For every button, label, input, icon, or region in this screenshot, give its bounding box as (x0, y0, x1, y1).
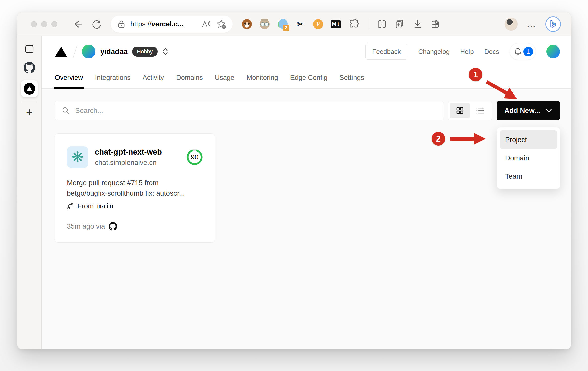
v-extension-icon[interactable]: V (313, 19, 324, 30)
clipper-extension-icon[interactable]: ✂ (295, 19, 306, 30)
grid-view-icon (456, 107, 464, 115)
tab-usage[interactable]: Usage (215, 67, 234, 88)
browser-profile-avatar[interactable] (505, 18, 518, 31)
plan-badge: Hobby (132, 47, 158, 57)
feedback-button[interactable]: Feedback (365, 44, 407, 60)
team-avatar[interactable] (82, 45, 95, 58)
team-switcher-button[interactable] (162, 47, 169, 56)
browser-menu-button[interactable]: ... (527, 19, 536, 29)
annotation-step-1: 1 (469, 68, 482, 81)
notifications-button[interactable]: 1 (510, 43, 536, 60)
chevron-updown-icon (162, 47, 169, 56)
lock-icon (117, 20, 125, 28)
markdown-download-extension-icon[interactable]: M↓ (330, 19, 341, 30)
close-window-button[interactable] (31, 21, 37, 27)
minimize-window-button[interactable] (41, 21, 47, 27)
git-branch-icon (67, 202, 74, 210)
zoom-window-button[interactable] (51, 21, 57, 27)
vercel-page: yidadaa Hobby Feedback Changelog Help Do… (42, 36, 571, 349)
collections-add-icon[interactable] (394, 19, 405, 30)
docs-link[interactable]: Docs (484, 48, 499, 56)
url-text: https://vercel.c... (130, 20, 184, 28)
browser-toolbar: https://vercel.c... 2 ✂ V M↓ (17, 12, 571, 36)
bell-icon (514, 47, 522, 56)
bing-chat-icon[interactable] (545, 16, 561, 32)
user-avatar[interactable] (546, 45, 560, 58)
vercel-tab-active[interactable] (21, 80, 38, 97)
team-name[interactable]: yidadaa (100, 48, 128, 56)
tab-integrations[interactable]: Integrations (95, 67, 131, 88)
toolbar-divider (368, 19, 368, 30)
search-icon (62, 106, 70, 115)
annotation-step-2: 2 (432, 132, 445, 146)
list-view-button[interactable] (470, 103, 490, 118)
address-bar[interactable]: https://vercel.c... (111, 16, 233, 33)
split-screen-icon[interactable] (376, 19, 387, 30)
vercel-header: yidadaa Hobby Feedback Changelog Help Do… (42, 36, 571, 89)
tab-domains[interactable]: Domains (176, 67, 203, 88)
chevron-down-icon (546, 108, 552, 113)
tampermonkey-extension-icon[interactable] (241, 19, 252, 30)
add-new-dropdown: Project Domain Team (497, 127, 560, 189)
tab-overview[interactable]: Overview (55, 67, 83, 88)
browser-sidebar: + (17, 36, 42, 349)
add-new-button[interactable]: Add New... (497, 101, 560, 120)
branch-name[interactable]: main (97, 202, 113, 210)
tab-settings[interactable]: Settings (339, 67, 364, 88)
tab-monitoring[interactable]: Monitoring (247, 67, 278, 88)
read-aloud-icon[interactable] (201, 20, 211, 29)
toolbar-right: ... (505, 16, 561, 32)
project-openai-icon: ❋ (67, 146, 88, 168)
dropdown-item-domain[interactable]: Domain (500, 149, 557, 167)
tab-activity[interactable]: Activity (143, 67, 164, 88)
bing-logo (549, 19, 558, 29)
from-label: From (77, 202, 94, 210)
reload-icon (91, 19, 102, 29)
apps-grid-icon[interactable] (430, 19, 441, 30)
dashboard-content: Add New... ❋ chat-gpt-next-web chat.simp… (42, 89, 571, 349)
proxy-extension-icon[interactable]: 2 (277, 19, 288, 30)
tab-edge-config[interactable]: Edge Config (290, 67, 328, 88)
back-button[interactable] (72, 18, 84, 30)
list-view-icon (476, 107, 484, 114)
score-value: 90 (186, 148, 203, 166)
commit-message: Merge pull request #715 from betgo/bugfi… (67, 178, 203, 199)
search-bar[interactable] (55, 101, 444, 120)
vercel-triangle-icon (26, 86, 32, 91)
downloads-icon[interactable] (412, 19, 423, 30)
project-domain[interactable]: chat.simplenaive.cn (95, 159, 162, 167)
grid-view-button[interactable] (450, 103, 470, 118)
changelog-link[interactable]: Changelog (418, 48, 450, 56)
favorites-star-icon[interactable] (216, 19, 227, 29)
reload-button[interactable] (91, 18, 103, 30)
new-tab-button[interactable]: + (26, 106, 33, 118)
dropdown-item-project[interactable]: Project (500, 130, 557, 149)
search-input[interactable] (75, 107, 438, 115)
project-name[interactable]: chat-gpt-next-web (95, 148, 162, 157)
help-link[interactable]: Help (460, 48, 474, 56)
extensions-row: 2 ✂ V M↓ (241, 19, 441, 30)
browser-window: https://vercel.c... 2 ✂ V M↓ (17, 12, 571, 349)
vercel-logo[interactable] (55, 46, 67, 57)
sidebar-toggle-icon[interactable] (24, 44, 35, 54)
sidebar-divider (22, 101, 37, 101)
dashboard-tabs: Overview Integrations Activity Domains U… (55, 67, 560, 88)
traffic-lights (31, 21, 57, 27)
back-arrow-icon (72, 19, 83, 30)
project-card[interactable]: ❋ chat-gpt-next-web chat.simplenaive.cn … (55, 133, 215, 243)
add-new-label: Add New... (504, 107, 540, 115)
extension-badge: 2 (283, 25, 289, 31)
notification-count-badge: 1 (523, 47, 533, 56)
breadcrumb-slash (73, 45, 77, 58)
deploy-meta: 35m ago via (67, 222, 105, 230)
github-icon (109, 222, 117, 231)
dropdown-item-team[interactable]: Team (500, 167, 557, 186)
github-tab-icon[interactable] (24, 62, 35, 73)
analytics-score-ring[interactable]: 90 (186, 148, 203, 166)
avatar-extension-icon[interactable] (259, 19, 270, 30)
extensions-puzzle-icon[interactable] (348, 19, 359, 30)
view-toggle (448, 101, 492, 120)
